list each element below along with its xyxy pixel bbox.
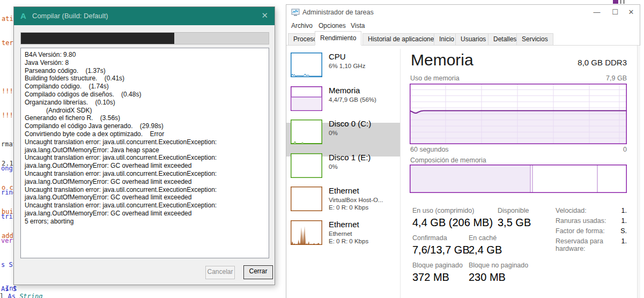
menu-opciones[interactable]: Opciones [319, 22, 346, 29]
disk1-mini-chart [291, 153, 322, 178]
usage-chart-label: Uso de memoria [410, 74, 460, 82]
background-window-fragment [620, 0, 621, 4]
stat-label-en-cache: En caché [469, 234, 497, 242]
stat-label-bloque-no-paginado: Bloque no paginado [469, 262, 528, 269]
usage-chart-max: 7,9 GB [554, 74, 627, 82]
sidebar-item-cpu[interactable]: CPU 6% 1,10 GHz [291, 53, 401, 85]
b4a-logo-icon: A [20, 11, 26, 20]
compile-log-output[interactable]: B4A Versión: 9.80 Java Versión: 8 Parsea… [20, 48, 269, 258]
cancel-button[interactable]: Cancelar [205, 266, 235, 279]
stat-value-disponible: 3,5 GB [498, 217, 531, 229]
background-window-fragment [613, 0, 618, 4]
close-icon[interactable]: ✕ [625, 8, 637, 17]
close-icon[interactable]: ✕ [261, 11, 268, 20]
window-title: Administrador de tareas [302, 9, 374, 16]
stat-value-confirmada: 7,6/13,7 GB [412, 244, 470, 256]
tab-historial[interactable]: Historial de aplicaciones [362, 33, 442, 46]
background-window-fragment [623, 0, 625, 4]
task-manager-window: Administrador de tareas — ☐ ✕ Archivo Op… [286, 4, 640, 298]
memory-usage-graph [410, 84, 627, 144]
minimize-icon[interactable]: — [591, 8, 603, 17]
memory-panel-title: Memoria [411, 51, 473, 69]
close-button[interactable]: Cerrar [243, 265, 273, 279]
stat-label-bloque-paginado: Bloque paginado [412, 262, 463, 269]
compile-progress-fill [21, 33, 174, 44]
screen: ational unspecified ternalStorage: False… [0, 0, 644, 298]
stat-value-bloque-no-paginado: 230 MB [469, 271, 506, 284]
memory-mini-chart [291, 86, 322, 111]
composition-label: Composición de memoria [410, 157, 486, 164]
maximize-icon[interactable]: ☐ [609, 8, 621, 17]
detail-row-reservada-hardware: Reservada para hardware: 1. [556, 237, 627, 248]
stat-label-en-uso: En uso (comprimido) [412, 207, 474, 214]
stat-value-bloque-paginado: 372 MB [412, 271, 449, 284]
stat-label-disponible: Disponible [498, 207, 529, 214]
graph-timespan-label: 60 segundos [410, 146, 449, 153]
menu-vista[interactable]: Vista [351, 22, 365, 29]
stat-label-confirmada: Confirmada [412, 234, 447, 242]
detail-row-ranuras: Ranuras usadas: 1. [556, 217, 627, 227]
scrollbar[interactable] [637, 46, 640, 298]
code-editor-bottom-fragment: l As String [0, 293, 43, 298]
ethernet1-mini-chart [291, 187, 322, 211]
sidebar-item-disco-1[interactable]: Disco 1 (E:) 0% [291, 153, 401, 185]
detail-row-factor-forma: Factor de forma: S. [556, 227, 627, 237]
cpu-mini-chart [291, 53, 322, 77]
menu-archivo[interactable]: Archivo [291, 22, 313, 29]
compile-dialog: A Compilar (Build: Default) ✕ B4A Versió… [13, 6, 275, 285]
compile-dialog-titlebar[interactable]: A Compilar (Build: Default) ✕ [14, 7, 275, 25]
stat-value-en-uso: 4,4 GB (206 MB) [412, 217, 493, 229]
graph-zero-label: 0 [608, 146, 627, 153]
disk0-mini-chart [291, 120, 322, 144]
memory-capacity: 8,0 GB DDR3 [501, 58, 627, 67]
sidebar-item-ethernet-1[interactable]: Ethernet VirtualBox Host-O... E: 0 R: 0 … [291, 187, 401, 219]
compile-dialog-title: Compilar (Build: Default) [32, 12, 108, 20]
tab-rendimiento[interactable]: Rendimiento [315, 31, 361, 46]
tab-usuarios[interactable]: Usuarios [455, 33, 491, 46]
sidebar-item-memoria[interactable]: Memoria 4,4/7,9 GB (56%) [291, 86, 401, 118]
task-manager-icon [291, 8, 300, 17]
memory-composition-bar [410, 165, 627, 193]
sidebar-item-disco-0[interactable]: Disco 0 (C:) 0% [291, 120, 401, 152]
detail-row-velocidad: Velocidad: 1. [556, 207, 627, 217]
ethernet2-mini-chart [291, 220, 322, 245]
code-editor-bottom-fragment: Int [5, 285, 17, 293]
compile-progress-bar [20, 32, 269, 44]
stat-value-en-cache: 2,4 GB [469, 244, 502, 256]
task-manager-titlebar[interactable]: Administrador de tareas — ☐ ✕ [286, 5, 640, 20]
menu-bar: Archivo Opciones Vista [286, 20, 640, 32]
tab-bar: Procesos Rendimiento Historial de aplica… [286, 32, 640, 46]
sidebar-item-ethernet-2[interactable]: Ethernet Ethernet E: 0 R: 0 Kbps [291, 220, 401, 252]
tab-servicios[interactable]: Servicios [516, 33, 553, 46]
